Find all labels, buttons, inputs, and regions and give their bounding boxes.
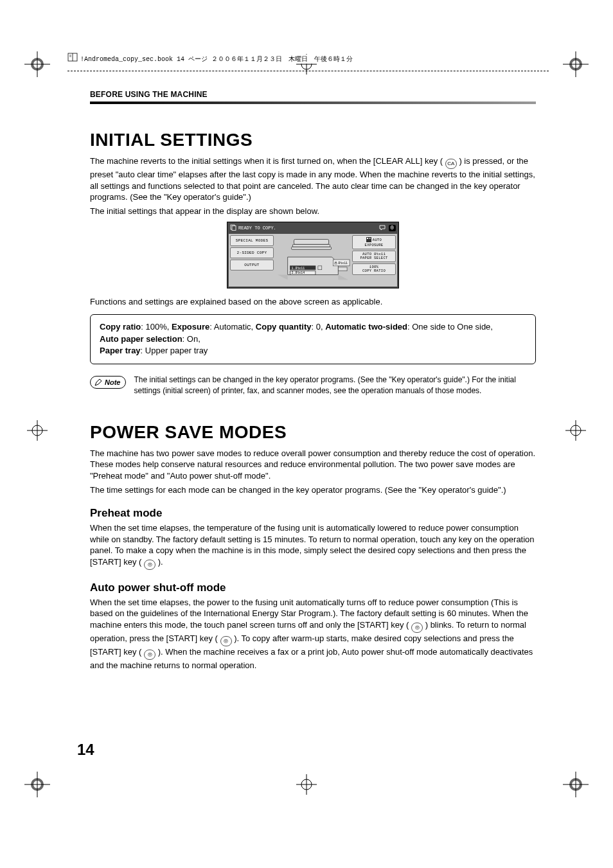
svg-point-22 bbox=[572, 781, 580, 788]
content-area: BEFORE USING THE MACHINE INITIAL SETTING… bbox=[90, 58, 536, 673]
page: !Andromeda_copy_sec.book 14 ページ ２００６年１１月… bbox=[0, 0, 613, 868]
start-key-icon: ◎ bbox=[144, 650, 155, 660]
svg-rect-44 bbox=[367, 238, 368, 239]
svg-point-1 bbox=[33, 60, 41, 68]
lcd-preview-area: 昌 8½x11 1.8½x11 2.8½x14 bbox=[275, 235, 351, 285]
svg-point-18 bbox=[33, 781, 41, 788]
lcd-copy-counter: 0 bbox=[389, 225, 396, 231]
interrupt-icon bbox=[378, 224, 386, 232]
svg-point-5 bbox=[572, 60, 580, 68]
label: Automatic two-sided bbox=[325, 322, 407, 332]
section-header: BEFORE USING THE MACHINE bbox=[90, 90, 536, 99]
copy-mode-icon bbox=[230, 224, 236, 232]
crop-mark-icon bbox=[563, 418, 589, 443]
note-row: Note The initial settings can be changed… bbox=[90, 375, 536, 396]
book-icon bbox=[67, 52, 78, 62]
lcd-tray-2: 2.8½x14 bbox=[292, 271, 305, 274]
svg-rect-45 bbox=[369, 238, 371, 239]
crop-mark-icon bbox=[563, 51, 589, 77]
lcd-output-button[interactable]: OUTPUT bbox=[230, 260, 274, 270]
crop-mark-icon bbox=[24, 772, 50, 797]
svg-point-11 bbox=[32, 425, 42, 436]
lcd-original-size: 8½x11 bbox=[338, 261, 348, 265]
note-label: Note bbox=[105, 378, 120, 386]
power-save-p1: The machine has two power save modes to … bbox=[90, 448, 536, 482]
svg-point-21 bbox=[569, 778, 582, 791]
svg-rect-36 bbox=[292, 247, 332, 250]
preheat-paragraph: When the set time elapses, the temperatu… bbox=[90, 522, 536, 570]
svg-point-17 bbox=[31, 778, 44, 791]
text: The machine reverts to the initial setti… bbox=[90, 156, 443, 166]
label: Copy quantity bbox=[256, 322, 312, 332]
svg-point-4 bbox=[569, 58, 582, 71]
lcd-special-modes-button[interactable]: SPECIAL MODES bbox=[230, 235, 274, 246]
power-save-title: POWER SAVE MODES bbox=[90, 422, 536, 443]
preheat-heading: Preheat mode bbox=[90, 507, 536, 520]
svg-point-25 bbox=[301, 779, 312, 790]
lcd-paper-select-button[interactable]: AUTO 8½x11 PAPER SELECT bbox=[352, 251, 396, 262]
lcd-2sided-copy-button[interactable]: 2-SIDED COPY bbox=[230, 247, 274, 258]
svg-point-0 bbox=[31, 58, 44, 71]
start-key-icon: ◎ bbox=[144, 560, 155, 570]
lcd-exposure-button[interactable]: AUTO EXPOSURE bbox=[352, 235, 396, 249]
note-text: The initial settings can be changed in t… bbox=[134, 375, 536, 396]
svg-point-14 bbox=[571, 425, 581, 436]
start-key-icon: ◎ bbox=[411, 623, 423, 633]
lcd-screenshot: READY TO COPY. 0 SPECIAL MODES 2-SIDED C… bbox=[227, 222, 399, 288]
svg-rect-33 bbox=[232, 226, 236, 231]
label: Auto paper selection bbox=[100, 334, 182, 344]
svg-rect-35 bbox=[293, 245, 330, 247]
label: Copy ratio bbox=[100, 322, 141, 332]
crop-mark-icon bbox=[24, 418, 50, 443]
power-save-p2: The time settings for each mode can be c… bbox=[90, 484, 536, 496]
auto-shutoff-heading: Auto power shut-off mode bbox=[90, 581, 536, 594]
svg-text:昌: 昌 bbox=[334, 261, 337, 265]
pencil-icon bbox=[94, 378, 102, 386]
lcd-tray-1: 1.8½x11 bbox=[292, 267, 305, 270]
lcd-ready-text: READY TO COPY. bbox=[238, 226, 276, 231]
initial-settings-p1: The machine reverts to the initial setti… bbox=[90, 155, 536, 203]
svg-rect-42 bbox=[318, 266, 322, 270]
crop-mark-icon bbox=[24, 51, 50, 77]
label: Paper tray bbox=[100, 346, 141, 355]
auto-shutoff-paragraph: When the set time elapses, the power to … bbox=[90, 597, 536, 671]
clear-all-key-icon: CA bbox=[445, 159, 457, 169]
note-badge: Note bbox=[90, 376, 126, 389]
crop-mark-icon bbox=[563, 772, 589, 797]
initial-settings-title: INITIAL SETTINGS bbox=[90, 130, 536, 150]
initial-settings-after-lcd: Functions and settings are explained bas… bbox=[90, 296, 536, 308]
initial-settings-p2: The initial settings that appear in the … bbox=[90, 206, 536, 217]
svg-rect-34 bbox=[294, 240, 329, 245]
section-rule bbox=[90, 102, 536, 104]
page-number: 14 bbox=[77, 741, 94, 759]
svg-rect-41 bbox=[338, 267, 347, 271]
lcd-copy-ratio-button[interactable]: 100% COPY RATIO bbox=[352, 263, 396, 275]
crop-mark-icon bbox=[294, 772, 319, 797]
label: Exposure bbox=[172, 322, 209, 332]
initial-settings-values-box: Copy ratio: 100%, Exposure: Automatic, C… bbox=[90, 314, 536, 365]
start-key-icon: ◎ bbox=[220, 636, 232, 646]
